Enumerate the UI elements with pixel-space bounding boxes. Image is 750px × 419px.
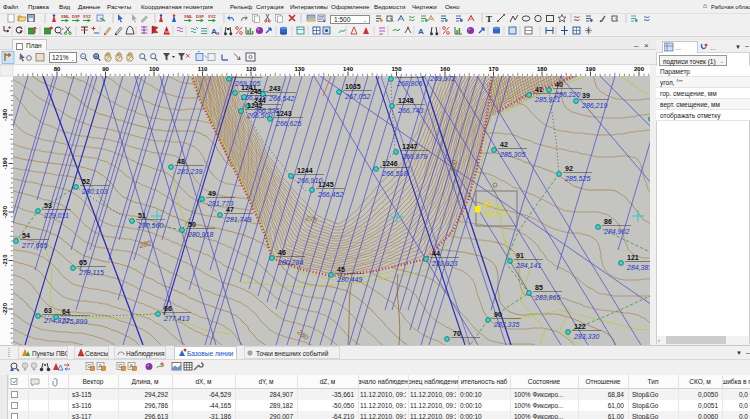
svg-text:51: 51	[138, 212, 146, 219]
svg-text:266,879: 266,879	[401, 153, 427, 160]
svg-text:85: 85	[535, 284, 543, 291]
svg-text:266,518: 266,518	[381, 170, 407, 177]
svg-text:44: 44	[432, 250, 440, 257]
svg-text:284,574: 284,574	[483, 210, 509, 217]
svg-text:70: 70	[453, 330, 461, 337]
svg-text:283,335: 283,335	[493, 321, 519, 328]
svg-text:286,219: 286,219	[581, 102, 607, 109]
svg-text:277,413: 277,413	[163, 315, 189, 322]
svg-text:286,220: 286,220	[554, 91, 580, 98]
svg-text:86: 86	[604, 218, 612, 225]
svg-text:a: a	[216, 30, 220, 36]
svg-text:267,052: 267,052	[344, 93, 370, 100]
svg-text:281,239: 281,239	[176, 168, 202, 175]
svg-text:283,330: 283,330	[573, 333, 599, 340]
svg-text:266,743: 266,743	[397, 107, 423, 114]
svg-text:XML: XML	[184, 14, 193, 19]
svg-text:52: 52	[82, 178, 90, 185]
svg-text:+: +	[95, 53, 98, 59]
svg-text:-200: -200	[2, 205, 8, 218]
svg-text:200: 200	[634, 66, 645, 72]
svg-text:...: ...	[710, 44, 716, 51]
svg-text:DXF: DXF	[196, 14, 205, 19]
svg-text:-190: -190	[2, 157, 8, 170]
svg-text:43: 43	[484, 200, 492, 207]
svg-text:50: 50	[188, 221, 196, 228]
svg-text:266,452: 266,452	[317, 191, 343, 198]
svg-text:122: 122	[574, 323, 586, 330]
svg-text:266,625: 266,625	[275, 120, 301, 127]
svg-text:100: 100	[149, 66, 160, 72]
svg-text:269,305: 269,305	[234, 80, 260, 87]
svg-text:243: 243	[269, 85, 281, 92]
svg-text:−: −	[82, 53, 85, 59]
svg-text:48: 48	[177, 158, 185, 165]
svg-text:46: 46	[278, 249, 286, 256]
svg-text:DXF: DXF	[72, 14, 81, 19]
svg-text:160: 160	[440, 66, 451, 72]
svg-text:284,902: 284,902	[603, 228, 629, 235]
svg-text:170: 170	[488, 66, 499, 72]
svg-text:1246: 1246	[382, 160, 398, 167]
svg-text:66: 66	[164, 305, 172, 312]
svg-text:280,560: 280,560	[137, 222, 163, 229]
svg-text:1244: 1244	[297, 167, 313, 174]
svg-text:1247: 1247	[402, 143, 418, 150]
svg-text:285,305: 285,305	[499, 151, 525, 158]
svg-text:XYZ: XYZ	[208, 14, 216, 19]
svg-text:39: 39	[582, 92, 590, 99]
svg-text:110: 110	[198, 66, 208, 72]
svg-text:92: 92	[565, 165, 573, 172]
svg-text:150: 150	[391, 66, 402, 72]
svg-text:190: 190	[585, 66, 596, 72]
svg-text:47: 47	[226, 206, 234, 213]
svg-text:42: 42	[500, 141, 508, 148]
svg-text:284,141: 284,141	[515, 262, 541, 269]
svg-text:41: 41	[535, 86, 543, 93]
svg-text:278,115: 278,115	[78, 269, 104, 276]
svg-text:282,923: 282,923	[431, 260, 457, 267]
svg-text:280,284: 280,284	[277, 259, 303, 266]
svg-text:91: 91	[516, 252, 524, 259]
svg-text:277,665: 277,665	[21, 242, 47, 249]
svg-text:275,899: 275,899	[61, 318, 87, 325]
svg-text:49: 49	[208, 190, 216, 197]
svg-text:245: 245	[250, 88, 262, 95]
svg-text:-210: -210	[2, 254, 8, 267]
svg-text:1242: 1242	[247, 102, 263, 109]
svg-text:280,918: 280,918	[187, 231, 213, 238]
svg-text:281,749: 281,749	[225, 216, 251, 223]
svg-text:180: 180	[537, 66, 548, 72]
svg-text:90: 90	[494, 311, 502, 318]
svg-text:54: 54	[22, 232, 30, 239]
svg-text:XML: XML	[61, 14, 70, 19]
svg-text:45: 45	[337, 266, 345, 273]
svg-text:284,381: 284,381	[626, 264, 650, 271]
svg-text:1245: 1245	[318, 181, 334, 188]
svg-text:XYZ: XYZ	[83, 14, 91, 19]
svg-text:A: A	[418, 27, 424, 36]
svg-text:64: 64	[62, 308, 70, 315]
svg-text:121: 121	[627, 254, 639, 261]
svg-text:...: ...	[675, 44, 681, 51]
svg-text:1243: 1243	[276, 110, 292, 117]
svg-text:1035: 1035	[345, 83, 361, 90]
svg-text:40: 40	[555, 81, 563, 88]
svg-text:53: 53	[44, 202, 52, 209]
svg-text:280,449: 280,449	[336, 276, 362, 283]
svg-text:-180: -180	[2, 108, 8, 121]
svg-text:268,806: 268,806	[396, 80, 422, 87]
svg-text:-220: -220	[2, 302, 8, 315]
svg-text:280,103: 280,103	[81, 188, 107, 195]
svg-text:65: 65	[79, 259, 87, 266]
svg-text:120: 120	[246, 66, 257, 72]
svg-text:285,525: 285,525	[564, 175, 590, 182]
svg-text:266,542: 266,542	[268, 95, 294, 102]
svg-text:90: 90	[102, 66, 109, 72]
svg-text:T: T	[486, 14, 492, 24]
svg-text:63: 63	[44, 307, 52, 314]
svg-text:130: 130	[294, 66, 305, 72]
svg-text:140: 140	[343, 66, 354, 72]
svg-text:283,865: 283,865	[534, 294, 560, 301]
svg-text:1248: 1248	[398, 97, 414, 104]
